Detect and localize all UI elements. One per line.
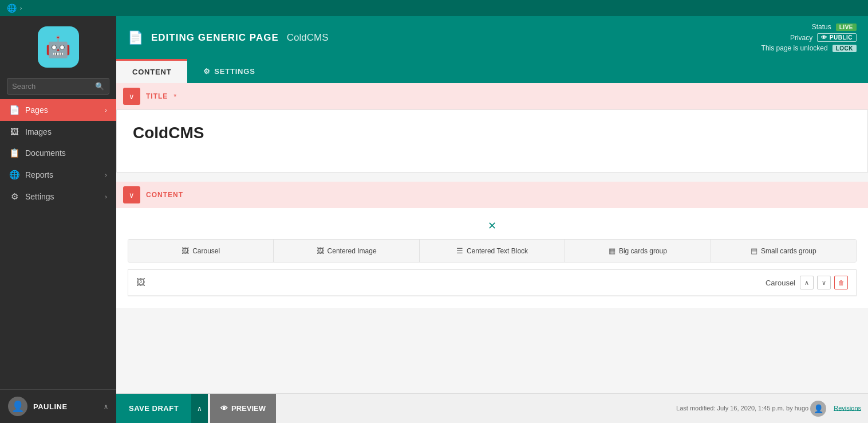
- move-down-button[interactable]: ∨: [817, 276, 831, 289]
- title-section-header: ∨ TITLE *: [116, 83, 868, 109]
- block-type-small-cards-group[interactable]: ▤ Small cards group: [711, 240, 856, 262]
- status-label: Status: [812, 23, 831, 31]
- content-area: 📄 EDITING GENERIC PAGE ColdCMS Status LI…: [116, 16, 868, 423]
- sidebar-item-documents[interactable]: 📋 Documents: [0, 142, 116, 164]
- title-value[interactable]: ColdCMS: [133, 124, 851, 142]
- tab-settings[interactable]: ⚙ SETTINGS: [187, 59, 271, 83]
- title-section-label: TITLE: [146, 92, 168, 100]
- move-up-button[interactable]: ∧: [800, 276, 814, 289]
- carousel-block-name: Carousel: [766, 279, 795, 287]
- sidebar-item-pages[interactable]: 📄 Pages ›: [0, 99, 116, 121]
- tab-settings-label: SETTINGS: [214, 67, 255, 76]
- sidebar-footer: 👤 PAULINE ∧: [0, 389, 116, 423]
- content-section-header: ∨ CONTENT: [116, 182, 868, 208]
- sidebar: 🤖 🔍 📄 Pages › 🖼 Images 📋 Documents 🌐 Rep…: [0, 16, 116, 423]
- sidebar-item-label: Settings: [25, 192, 99, 201]
- privacy-badge[interactable]: 👁 PUBLIC: [817, 33, 857, 42]
- lock-badge[interactable]: LOCK: [833, 45, 857, 52]
- top-bar: 🌐 ›: [0, 0, 868, 16]
- block-type-big-cards-group[interactable]: ▦ Big cards group: [565, 240, 711, 262]
- save-draft-split-button[interactable]: ∧: [191, 394, 208, 424]
- header-left: 📄 EDITING GENERIC PAGE ColdCMS: [128, 30, 329, 45]
- author-avatar: 👤: [810, 401, 826, 417]
- header-right: Status LIVE Privacy 👁 PUBLIC This page i…: [762, 23, 857, 52]
- big-cards-icon: ▦: [609, 246, 616, 255]
- settings-icon: ⚙: [9, 191, 19, 202]
- revisions-link[interactable]: Revisions: [834, 404, 861, 411]
- block-type-carousel[interactable]: 🖼 Carousel: [128, 240, 274, 262]
- page-name-label: ColdCMS: [287, 32, 329, 44]
- carousel-block-icon: 🖼: [136, 277, 145, 288]
- tab-content[interactable]: CONTENT: [116, 59, 187, 83]
- sidebar-item-label: Reports: [25, 170, 99, 179]
- privacy-label: Privacy: [790, 34, 812, 42]
- content-section: ∨ CONTENT ✕ 🖼 Carousel 🖼 Center: [116, 182, 868, 308]
- avatar: 👤: [8, 397, 27, 416]
- status-row: Status LIVE: [812, 23, 857, 31]
- carousel-controls: ∧ ∨ 🗑: [800, 276, 848, 289]
- logo-icon[interactable]: 🤖: [38, 26, 79, 68]
- content-section-label: CONTENT: [146, 191, 183, 199]
- delete-block-button[interactable]: 🗑: [834, 276, 848, 289]
- chevron-right-icon: ›: [105, 193, 107, 200]
- privacy-row: Privacy 👁 PUBLIC: [790, 33, 857, 42]
- sidebar-item-images[interactable]: 🖼 Images: [0, 121, 116, 142]
- breadcrumb-chevron: ›: [20, 5, 22, 11]
- footer-chevron-icon[interactable]: ∧: [104, 403, 108, 410]
- save-draft-button[interactable]: SAVE DRAFT: [116, 394, 191, 424]
- title-field-container: ColdCMS: [116, 109, 868, 173]
- content-toggle-button[interactable]: ∨: [123, 186, 140, 203]
- bottom-bar: SAVE DRAFT ∧ 👁 PREVIEW Last modified: Ju…: [116, 393, 868, 423]
- last-modified-label: Last modified: July 16, 2020, 1:45 p.m. …: [676, 404, 808, 411]
- lock-label: This page is unlocked: [762, 44, 828, 52]
- chevron-right-icon: ›: [105, 107, 107, 113]
- status-badge: LIVE: [836, 23, 857, 31]
- sidebar-item-label: Pages: [25, 105, 99, 115]
- carousel-icon: 🖼: [182, 246, 189, 255]
- add-block-button[interactable]: ✕: [488, 220, 496, 232]
- save-draft-label: SAVE DRAFT: [129, 404, 179, 413]
- tab-content-label: CONTENT: [132, 68, 171, 76]
- sidebar-logo: 🤖: [0, 16, 116, 78]
- chevron-right-icon: ›: [105, 171, 107, 178]
- tabs-bar: CONTENT ⚙ SETTINGS: [116, 59, 868, 83]
- block-type-buttons: 🖼 Carousel 🖼 Centered Image ☰ Centered T…: [128, 239, 857, 263]
- editor-area: ∨ TITLE * ColdCMS ∨ CONTENT ✕: [116, 83, 868, 393]
- sidebar-item-label: Images: [25, 127, 107, 136]
- bottom-bar-info: Last modified: July 16, 2020, 1:45 p.m. …: [276, 401, 868, 417]
- search-icon: 🔍: [95, 82, 104, 91]
- sidebar-item-reports[interactable]: 🌐 Reports ›: [0, 164, 116, 186]
- title-section: ∨ TITLE * ColdCMS: [116, 83, 868, 173]
- eye-icon: 👁: [821, 34, 827, 41]
- required-marker: *: [173, 92, 176, 101]
- globe-icon[interactable]: 🌐: [7, 3, 17, 13]
- carousel-block: 🖼 Carousel ∧ ∨ 🗑: [128, 269, 857, 296]
- sidebar-item-settings[interactable]: ⚙ Settings ›: [0, 186, 116, 207]
- centered-image-icon: 🖼: [317, 246, 324, 255]
- carousel-block-header: 🖼 Carousel ∧ ∨ 🗑: [128, 270, 856, 296]
- lock-row: This page is unlocked LOCK: [762, 44, 857, 52]
- preview-button[interactable]: 👁 PREVIEW: [210, 394, 276, 424]
- username-label: PAULINE: [33, 402, 98, 411]
- documents-icon: 📋: [9, 148, 19, 158]
- eye-preview-icon: 👁: [220, 404, 228, 413]
- search-input[interactable]: [12, 82, 92, 91]
- header-bar: 📄 EDITING GENERIC PAGE ColdCMS Status LI…: [116, 16, 868, 59]
- page-icon: 📄: [128, 30, 143, 45]
- text-block-icon: ☰: [456, 246, 463, 255]
- sidebar-item-label: Documents: [25, 148, 107, 158]
- pages-icon: 📄: [9, 105, 19, 115]
- block-type-centered-text-block[interactable]: ☰ Centered Text Block: [420, 240, 565, 262]
- search-bar[interactable]: 🔍: [7, 78, 109, 95]
- block-type-centered-image[interactable]: 🖼 Centered Image: [274, 240, 419, 262]
- content-blocks-area: ✕ 🖼 Carousel 🖼 Centered Image ☰: [116, 208, 868, 308]
- images-icon: 🖼: [9, 127, 19, 136]
- editing-label: EDITING GENERIC PAGE: [151, 32, 279, 44]
- preview-label: PREVIEW: [231, 404, 266, 413]
- small-cards-icon: ▤: [751, 246, 757, 255]
- gear-icon: ⚙: [203, 67, 211, 76]
- reports-icon: 🌐: [9, 170, 19, 180]
- save-draft-chevron-icon: ∧: [197, 405, 202, 413]
- title-toggle-button[interactable]: ∨: [123, 88, 140, 105]
